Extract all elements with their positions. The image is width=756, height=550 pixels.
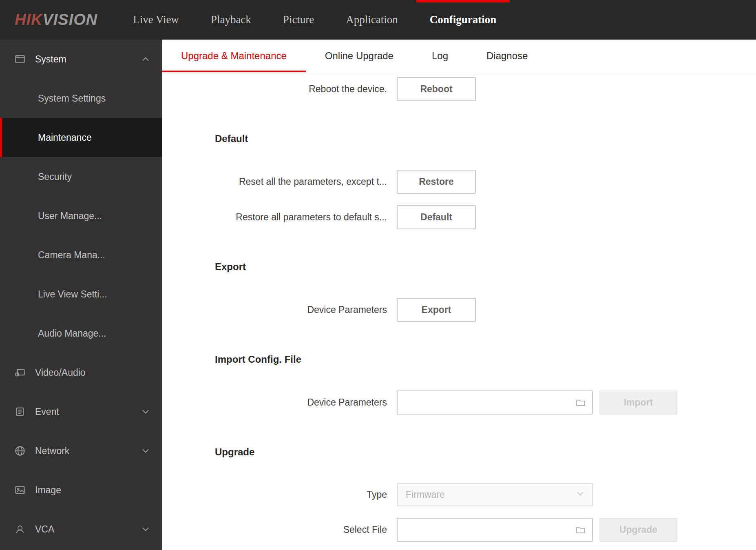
export-device-parameters-label: Device Parameters bbox=[162, 304, 387, 315]
network-icon bbox=[14, 445, 26, 457]
chevron-down-icon bbox=[575, 488, 586, 501]
default-label: Restore all parameters to default s... bbox=[162, 212, 387, 223]
event-icon bbox=[14, 406, 26, 418]
sidebar-item-label: Security bbox=[38, 171, 72, 182]
sidebar-item-system[interactable]: System bbox=[0, 40, 162, 79]
system-icon bbox=[14, 53, 26, 65]
sidebar-item-video-audio[interactable]: Video/Audio bbox=[0, 353, 162, 392]
sidebar-item-label: System Settings bbox=[38, 93, 106, 104]
chevron-down-icon[interactable] bbox=[140, 406, 151, 417]
nav-live-view[interactable]: Live View bbox=[117, 0, 195, 40]
logo-vision-text: VISION bbox=[42, 11, 97, 28]
nav-playback[interactable]: Playback bbox=[195, 0, 267, 40]
sidebar-item-label: System bbox=[35, 54, 66, 65]
import-section-title: Import Config. File bbox=[215, 354, 756, 365]
type-row: Type Firmware bbox=[162, 483, 756, 506]
reboot-button[interactable]: Reboot bbox=[397, 77, 476, 101]
firmware-type-select[interactable]: Firmware bbox=[397, 483, 593, 506]
default-button[interactable]: Default bbox=[397, 205, 476, 229]
upgrade-button[interactable]: Upgrade bbox=[599, 518, 677, 542]
tab-upgrade-maintenance[interactable]: Upgrade & Maintenance bbox=[162, 40, 306, 72]
nav-picture[interactable]: Picture bbox=[267, 0, 330, 40]
restore-button[interactable]: Restore bbox=[397, 170, 476, 194]
main-panel: Upgrade & Maintenance Online Upgrade Log… bbox=[162, 40, 756, 550]
nav-configuration[interactable]: Configuration bbox=[414, 0, 513, 40]
sidebar-item-camera-management[interactable]: Camera Mana... bbox=[0, 235, 162, 275]
tab-diagnose[interactable]: Diagnose bbox=[467, 40, 547, 72]
type-label: Type bbox=[162, 489, 387, 500]
sidebar-item-label: Network bbox=[35, 446, 69, 457]
chevron-up-icon[interactable] bbox=[140, 53, 151, 65]
default-row: Restore all parameters to default s... D… bbox=[162, 205, 756, 229]
nav-application[interactable]: Application bbox=[330, 0, 413, 40]
sidebar-item-label: Live View Setti... bbox=[38, 289, 107, 300]
folder-icon[interactable] bbox=[575, 397, 586, 408]
upgrade-section-title: Upgrade bbox=[215, 446, 756, 458]
export-button[interactable]: Export bbox=[397, 298, 476, 322]
top-navigation: Live View Playback Picture Application C… bbox=[117, 0, 512, 40]
sidebar-item-label: Audio Manage... bbox=[38, 328, 106, 339]
firmware-type-value: Firmware bbox=[406, 489, 445, 500]
restore-row: Reset all the parameters, except t... Re… bbox=[162, 170, 756, 194]
video-audio-icon bbox=[14, 366, 26, 379]
sidebar-item-event[interactable]: Event bbox=[0, 392, 162, 431]
export-section-title: Export bbox=[215, 261, 756, 273]
import-row: Device Parameters Import bbox=[162, 390, 756, 415]
sidebar: System System Settings Maintenance Secur… bbox=[0, 40, 162, 550]
import-button[interactable]: Import bbox=[599, 390, 677, 415]
sidebar-item-maintenance[interactable]: Maintenance bbox=[0, 118, 162, 157]
chevron-down-icon[interactable] bbox=[140, 445, 151, 457]
sidebar-item-user-management[interactable]: User Manage... bbox=[0, 196, 162, 235]
default-section-title: Default bbox=[215, 133, 756, 144]
main-layout: System System Settings Maintenance Secur… bbox=[0, 40, 756, 550]
select-file-row: Select File Upgrade bbox=[162, 518, 756, 542]
sidebar-item-label: Camera Mana... bbox=[38, 250, 105, 261]
sidebar-item-vca[interactable]: VCA bbox=[0, 510, 162, 549]
restore-label: Reset all the parameters, except t... bbox=[162, 176, 387, 187]
sidebar-item-label: Image bbox=[35, 485, 61, 496]
reboot-row: Reboot the device. Reboot bbox=[162, 77, 756, 101]
sidebar-item-system-settings[interactable]: System Settings bbox=[0, 79, 162, 118]
reboot-label: Reboot the device. bbox=[162, 84, 387, 95]
tab-bar: Upgrade & Maintenance Online Upgrade Log… bbox=[162, 40, 756, 72]
sidebar-item-label: User Manage... bbox=[38, 211, 102, 222]
sidebar-item-network[interactable]: Network bbox=[0, 431, 162, 470]
logo-hik-text: HIK bbox=[15, 11, 42, 28]
tab-log[interactable]: Log bbox=[413, 40, 467, 72]
sidebar-item-label: VCA bbox=[35, 524, 54, 535]
topbar: HIKVISION Live View Playback Picture App… bbox=[0, 0, 756, 40]
sidebar-item-security[interactable]: Security bbox=[0, 157, 162, 196]
sidebar-item-label: Maintenance bbox=[38, 132, 92, 143]
import-file-input[interactable] bbox=[397, 390, 593, 415]
maintenance-content: Reboot the device. Reboot Default Reset … bbox=[162, 72, 756, 542]
image-icon bbox=[14, 484, 26, 496]
tab-online-upgrade[interactable]: Online Upgrade bbox=[306, 40, 413, 72]
sidebar-item-label: Event bbox=[35, 406, 59, 417]
export-row: Device Parameters Export bbox=[162, 298, 756, 322]
select-file-label: Select File bbox=[162, 524, 387, 535]
chevron-down-icon[interactable] bbox=[140, 523, 151, 535]
import-device-parameters-label: Device Parameters bbox=[162, 397, 387, 408]
sidebar-item-label: Video/Audio bbox=[35, 367, 86, 378]
vca-icon bbox=[14, 523, 26, 535]
hikvision-logo: HIKVISION bbox=[15, 11, 97, 29]
sidebar-item-image[interactable]: Image bbox=[0, 470, 162, 510]
sidebar-item-audio-management[interactable]: Audio Manage... bbox=[0, 314, 162, 353]
upgrade-file-input[interactable] bbox=[397, 518, 593, 542]
sidebar-item-live-view-settings[interactable]: Live View Setti... bbox=[0, 275, 162, 314]
folder-icon[interactable] bbox=[575, 524, 586, 536]
